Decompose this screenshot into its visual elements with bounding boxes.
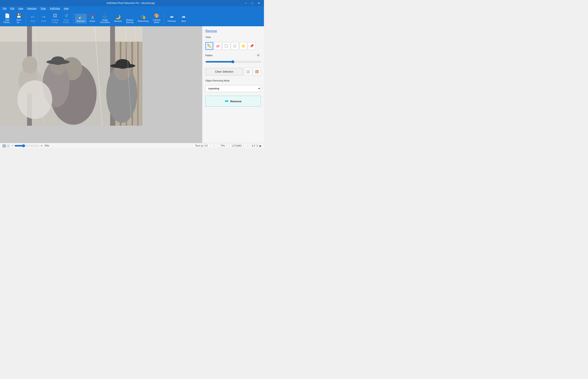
previous-button[interactable]: ⬅ Previous: [166, 14, 178, 23]
erase-button[interactable]: ✂️ Erase: [87, 14, 98, 23]
object-removing-mode-label: Object Removing Mode: [205, 79, 261, 82]
time-display: Time (s): 0.0: [193, 144, 210, 147]
clear-selection-button[interactable]: Clear Selection: [205, 68, 243, 75]
save-selection-button[interactable]: [244, 68, 252, 76]
original-image-icon: 🖼: [53, 14, 57, 18]
original-image-button[interactable]: 🖼 Original Image: [49, 13, 61, 25]
save-as-label: Save as...: [16, 19, 21, 23]
reduce-blurring-icon: 👤: [127, 14, 132, 18]
denoise-button[interactable]: 🌙 Denoise: [112, 14, 124, 23]
maximize-button[interactable]: □: [250, 1, 255, 5]
minimize-button[interactable]: ─: [244, 1, 248, 5]
undo-label: Undo: [30, 20, 35, 22]
image-correction-label: Image Correction: [100, 19, 110, 23]
tools-row: ✏️ 🧼 ⭐ 📌: [205, 42, 261, 50]
radius-slider[interactable]: [205, 60, 261, 63]
reduce-blurring-button[interactable]: 👤 Reduce blurring: [124, 13, 135, 25]
remove-arrow-icon: ➡: [225, 99, 228, 104]
menu-view[interactable]: View: [16, 7, 25, 10]
original-image-label: Original Image: [51, 19, 59, 23]
mode-dropdown-row: Inpainting Content-Aware Fill Smear: [205, 85, 261, 92]
denoise-label: Denoise: [114, 20, 122, 22]
colorize-button[interactable]: 🎨 Colorize photo: [151, 13, 162, 25]
radius-value: 50: [256, 54, 261, 57]
dimensions-display: 1172x663: [230, 144, 244, 147]
menu-edit[interactable]: Edit: [8, 7, 16, 10]
photo-canvas[interactable]: [0, 26, 142, 126]
crop-status-icon[interactable]: ⬜: [6, 144, 10, 147]
magic-wand-button[interactable]: ⭐: [239, 42, 247, 50]
stamp-button[interactable]: 📌: [248, 42, 256, 50]
undo-button[interactable]: ↩ Undo: [27, 14, 38, 23]
menu-selection[interactable]: Selection: [25, 7, 38, 10]
window-title: SoftOrbits Photo Retoucher Pro - old-pho…: [18, 2, 244, 4]
zoom-right-display: 75%: [219, 144, 227, 147]
svg-point-11: [22, 56, 38, 74]
add-files-icon: 📄: [5, 14, 10, 18]
menu-bar: File Edit View Selection Tools SoftOrbit…: [0, 6, 264, 11]
save-as-button[interactable]: 💾 Save as...: [14, 13, 24, 25]
redo-icon: ↪: [42, 15, 45, 19]
remove-label: Remove: [77, 20, 85, 22]
twitter-button[interactable]: 𝕏: [256, 144, 258, 147]
load-selection-button[interactable]: [253, 68, 261, 76]
zoom-slider[interactable]: [15, 144, 39, 147]
title-bar: SoftOrbits Photo Retoucher Pro - old-pho…: [0, 0, 264, 6]
canvas-area[interactable]: [0, 26, 202, 143]
retouching-icon: 🎭: [141, 15, 146, 19]
undo-icon: ↩: [31, 15, 34, 19]
reduce-blurring-label: Reduce blurring: [126, 19, 133, 23]
right-panel: Remove Tools ✏️ 🧼 ⭐: [202, 26, 264, 143]
toolbar-separator-1: [26, 13, 26, 24]
window-controls: ─ □ ✕: [244, 1, 262, 5]
svg-point-17: [51, 56, 65, 65]
toolbar-separator-2: [73, 13, 73, 24]
zoom-in-button[interactable]: +: [40, 144, 43, 147]
remove-button[interactable]: 🧹 Remove: [75, 14, 87, 23]
eraser-tool-button[interactable]: 🧼: [214, 42, 222, 50]
menu-softorbits[interactable]: SoftOrbits: [48, 7, 62, 10]
status-sep-2: [248, 144, 248, 147]
retouching-button[interactable]: 🎭 Retouching: [136, 14, 150, 23]
undo-eraser-icon: ↺: [65, 14, 68, 18]
panel-title: Remove: [205, 29, 261, 33]
remove-action-label: Remove: [230, 100, 241, 103]
previous-label: Previous: [168, 20, 176, 22]
lasso-tool-button[interactable]: [231, 42, 239, 50]
menu-file[interactable]: File: [1, 7, 8, 10]
info-button[interactable]: ℹ: [252, 144, 253, 147]
toolbar: 📄 Add File(s)... 💾 Save as... ↩ Undo ↪ R…: [0, 11, 264, 26]
status-bar: ℹ️ ⬜ − + 75% Time (s): 0.0 75% 1172x663 …: [0, 143, 264, 148]
menu-tools[interactable]: Tools: [38, 7, 48, 10]
redo-button[interactable]: ↪ Redo: [38, 14, 49, 23]
zoom-out-button[interactable]: −: [11, 144, 14, 147]
colorize-label: Colorize photo: [153, 19, 160, 23]
image-correction-button[interactable]: ⚖️ Image Correction: [98, 13, 112, 25]
next-icon: ➡: [182, 15, 185, 19]
radius-row: Radius 50: [205, 54, 261, 57]
add-files-button[interactable]: 📄 Add File(s)...: [1, 13, 13, 25]
close-button[interactable]: ✕: [256, 1, 262, 5]
facebook-button[interactable]: f: [254, 144, 255, 147]
svg-rect-7: [0, 26, 142, 42]
rect-select-button[interactable]: [222, 42, 230, 50]
save-as-icon: 💾: [16, 14, 21, 18]
pencil-tool-button[interactable]: ✏️: [205, 42, 213, 50]
add-files-label: Add File(s)...: [3, 19, 11, 23]
next-button[interactable]: ➡ Next: [178, 14, 189, 23]
svg-point-28: [17, 80, 52, 119]
undo-eraser-label: Undo Eraser: [63, 19, 69, 23]
previous-icon: ⬅: [170, 15, 174, 19]
menu-help[interactable]: Help: [62, 7, 71, 10]
undo-eraser-button[interactable]: ↺ Undo Eraser: [61, 13, 72, 25]
youtube-button[interactable]: ▶: [260, 144, 262, 147]
erase-label: Erase: [90, 20, 95, 22]
clear-selection-row: Clear Selection: [205, 68, 261, 76]
image-correction-icon: ⚖️: [102, 14, 107, 18]
main-content: Remove Tools ✏️ 🧼 ⭐: [0, 26, 264, 143]
remove-action-button[interactable]: ➡ Remove: [205, 96, 261, 107]
mode-select[interactable]: Inpainting Content-Aware Fill Smear: [205, 85, 261, 92]
svg-point-30: [233, 45, 236, 47]
social-links: ℹ f 𝕏 ▶: [252, 144, 262, 147]
info-status-icon[interactable]: ℹ️: [2, 144, 6, 147]
